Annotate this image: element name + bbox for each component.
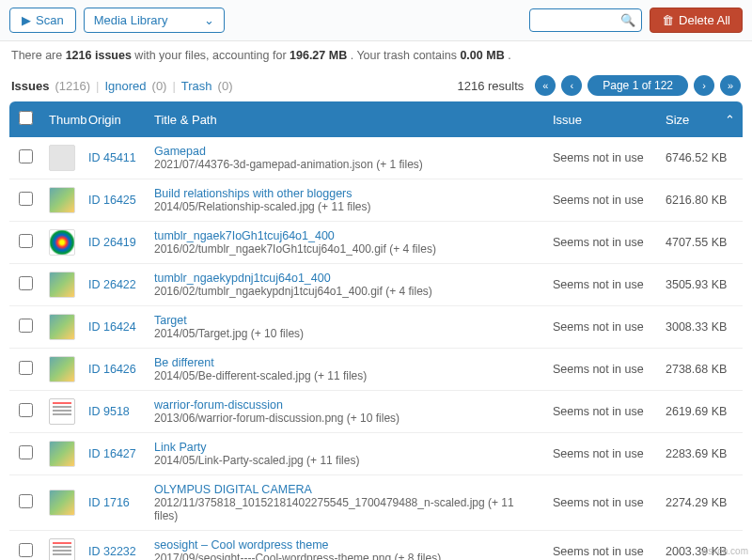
- delete-all-button[interactable]: 🗑 Delete All: [650, 8, 743, 33]
- origin-link[interactable]: ID 16425: [88, 194, 136, 207]
- thumbnail[interactable]: [49, 490, 75, 516]
- title-link[interactable]: OLYMPUS DIGITAL CAMERA: [154, 483, 538, 496]
- table-row: ID 26419tumblr_ngaek7IoGh1tcuj64o1_40020…: [9, 222, 743, 264]
- select-all-checkbox[interactable]: [19, 111, 33, 125]
- origin-link[interactable]: ID 16427: [88, 447, 136, 460]
- thumbnail[interactable]: [49, 229, 75, 256]
- size-cell: 3008.33 KB: [658, 306, 743, 349]
- first-page-button[interactable]: «: [535, 75, 556, 96]
- table-row: ID 16426Be different2014/05/Be-different…: [9, 349, 743, 391]
- scan-button[interactable]: ▶ Scan: [9, 8, 76, 33]
- title-link[interactable]: warrior-forum-discussion: [154, 398, 538, 412]
- tab-ignored[interactable]: Ignored: [104, 79, 146, 93]
- size-cell: 4707.55 KB: [658, 222, 743, 264]
- row-checkbox[interactable]: [19, 276, 33, 290]
- thumbnail[interactable]: [49, 145, 75, 171]
- row-checkbox[interactable]: [19, 494, 33, 508]
- table-row: ID 16424Target2014/05/Target.jpg (+ 10 f…: [9, 306, 743, 349]
- tab-trash[interactable]: Trash: [181, 79, 212, 93]
- tab-issues[interactable]: Issues: [11, 79, 49, 93]
- origin-link[interactable]: ID 16426: [88, 363, 136, 376]
- size-cell: 2738.68 KB: [658, 349, 743, 391]
- tab-ignored-count: (0): [152, 79, 167, 93]
- issue-cell: Seems not in use: [545, 349, 658, 391]
- library-select[interactable]: Media Library ⌄: [84, 8, 225, 33]
- title-link[interactable]: seosight – Cool wordpress theme: [154, 538, 538, 552]
- row-checkbox[interactable]: [19, 403, 33, 417]
- title-link[interactable]: Target: [154, 314, 538, 327]
- play-icon: ▶: [22, 13, 31, 27]
- title-link[interactable]: Gamepad: [154, 145, 538, 158]
- watermark: wsxdn.com: [701, 546, 748, 556]
- col-origin[interactable]: Origin: [81, 101, 147, 137]
- col-issue[interactable]: Issue: [545, 101, 658, 137]
- size-cell: 6216.80 KB: [658, 179, 743, 222]
- summary-suffix: .: [508, 49, 510, 62]
- file-path: 2021/07/44376-3d-gamepad-animation.json …: [154, 158, 423, 171]
- thumbnail[interactable]: [49, 441, 75, 467]
- title-link[interactable]: tumblr_ngaekypdnj1tcuj64o1_400: [154, 272, 538, 285]
- row-checkbox[interactable]: [19, 234, 33, 248]
- table-row: ID 32232seosight – Cool wordpress theme2…: [9, 531, 743, 561]
- thumbnail[interactable]: [49, 314, 75, 340]
- page-label: Page 1 of 122: [588, 75, 688, 96]
- col-title-path[interactable]: Title & Path: [147, 101, 545, 137]
- row-checkbox[interactable]: [19, 445, 33, 459]
- origin-link[interactable]: ID 26419: [88, 236, 136, 249]
- row-checkbox[interactable]: [19, 319, 33, 333]
- table-row: ID 9518warrior-forum-discussion2013/06/w…: [9, 391, 743, 433]
- file-path: 2014/05/Be-different-scaled.jpg (+ 11 fi…: [154, 369, 367, 382]
- row-checkbox[interactable]: [19, 361, 33, 375]
- row-checkbox[interactable]: [19, 192, 33, 206]
- file-path: 2014/05/Target.jpg (+ 10 files): [154, 327, 304, 340]
- summary-issues-count: 1216 issues: [66, 49, 132, 62]
- thumbnail[interactable]: [49, 538, 75, 560]
- issue-cell: Seems not in use: [545, 137, 658, 179]
- row-checkbox[interactable]: [19, 543, 33, 557]
- sort-up-icon: ⌃: [725, 113, 735, 127]
- prev-page-button[interactable]: ‹: [561, 75, 582, 96]
- origin-link[interactable]: ID 26422: [88, 278, 136, 291]
- issue-cell: Seems not in use: [545, 306, 658, 349]
- origin-link[interactable]: ID 16424: [88, 320, 136, 334]
- table-row: ID 16427Link Party2014/05/Link-Party-sca…: [9, 433, 743, 475]
- row-checkbox[interactable]: [19, 149, 33, 163]
- col-thumb[interactable]: Thumb: [41, 101, 81, 137]
- col-size[interactable]: Size ⌃: [658, 101, 743, 137]
- thumbnail[interactable]: [49, 272, 75, 298]
- title-link[interactable]: Link Party: [154, 441, 538, 454]
- tab-trash-count: (0): [218, 79, 233, 93]
- size-cell: 2274.29 KB: [658, 475, 743, 531]
- origin-link[interactable]: ID 45411: [88, 151, 136, 164]
- thumbnail[interactable]: [49, 398, 75, 425]
- search-input[interactable]: [536, 13, 620, 27]
- scan-button-label: Scan: [36, 13, 64, 27]
- summary-mid1: with your files, accounting for: [134, 49, 290, 62]
- origin-link[interactable]: ID 9518: [88, 405, 130, 418]
- top-toolbar: ▶ Scan Media Library ⌄ 🔍 🗑 Delete All: [0, 0, 752, 41]
- issue-cell: Seems not in use: [545, 531, 658, 561]
- title-link[interactable]: Be different: [154, 356, 538, 369]
- pager-top: 1216 results « ‹ Page 1 of 122 › »: [457, 75, 741, 96]
- file-path: 2014/05/Link-Party-scaled.jpg (+ 11 file…: [154, 454, 359, 467]
- issue-cell: Seems not in use: [545, 179, 658, 222]
- issue-cell: Seems not in use: [545, 222, 658, 264]
- table-header-row: Thumb Origin Title & Path Issue Size ⌃: [9, 101, 743, 137]
- origin-link[interactable]: ID 32232: [88, 545, 136, 558]
- origin-link[interactable]: ID 1716: [88, 496, 130, 509]
- thumbnail[interactable]: [49, 356, 75, 382]
- next-page-button[interactable]: ›: [694, 75, 714, 96]
- issue-cell: Seems not in use: [545, 391, 658, 433]
- title-link[interactable]: tumblr_ngaek7IoGh1tcuj64o1_400: [154, 229, 538, 242]
- thumbnail[interactable]: [49, 187, 75, 213]
- trash-icon: 🗑: [662, 13, 674, 27]
- search-box[interactable]: 🔍: [529, 8, 642, 32]
- title-link[interactable]: Build relationships with other bloggers: [154, 187, 538, 200]
- issues-table: Thumb Origin Title & Path Issue Size ⌃ I…: [9, 101, 743, 560]
- chevron-down-icon: ⌄: [204, 13, 214, 27]
- file-path: 2013/06/warrior-forum-discussion.png (+ …: [154, 412, 400, 425]
- file-path: 2012/11/375818_10152181402275545_1700479…: [154, 496, 514, 522]
- summary-prefix: There are: [11, 49, 66, 62]
- file-path: 2016/02/tumblr_ngaekypdnj1tcuj64o1_400.g…: [154, 285, 432, 298]
- last-page-button[interactable]: »: [720, 75, 741, 96]
